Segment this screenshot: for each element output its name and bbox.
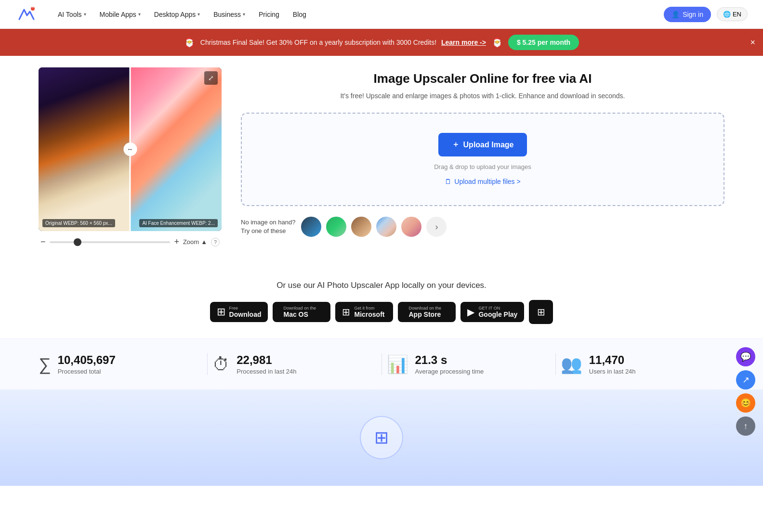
arrow-up-icon: ↑ — [744, 421, 748, 431]
upload-dropzone[interactable]: ＋ Upload Image Drag & drop to upload you… — [241, 113, 724, 206]
language-button[interactable]: 🌐 EN — [717, 7, 748, 21]
banner-link[interactable]: Learn more -> — [441, 39, 486, 46]
sample-thumb-more[interactable]: › — [425, 216, 447, 238]
multiple-files-icon: 🗒 — [445, 178, 451, 185]
zoom-help-button[interactable]: ? — [211, 238, 220, 247]
stat-value-processing-time: 21.3 s — [415, 353, 484, 367]
stat-processed-total: ∑ 10,405,697 Processed total — [39, 353, 202, 375]
promo-banner: 🎅 Christmas Final Sale! Get 30% OFF on a… — [0, 29, 763, 56]
download-microsoft-button[interactable]: ⊞ Get it from Microsoft — [335, 302, 393, 322]
clock-icon: ⏱ — [212, 354, 230, 375]
sign-in-button[interactable]: 👤 Sign in — [664, 7, 711, 22]
stat-divider-3 — [555, 353, 556, 375]
banner-cta-button[interactable]: $ 5.25 per month — [508, 35, 579, 50]
banner-text: Christmas Final Sale! Get 30% OFF on a y… — [200, 39, 486, 46]
stat-users: 👥 11,470 Users in last 24h — [561, 353, 724, 375]
before-label: Original WEBP: 560 × 560 px... — [42, 219, 115, 227]
chevron-down-icon: ▾ — [243, 12, 245, 17]
teaser-upload-icon: ⊞ — [360, 416, 403, 459]
sample-thumb-4[interactable] — [375, 216, 397, 238]
download-mac-button[interactable]: Download on the Mac OS — [273, 302, 330, 322]
windows-icon: ⊞ — [217, 306, 225, 318]
download-appstore-button[interactable]: Download on the App Store — [398, 302, 456, 322]
sample-thumb-2[interactable] — [325, 216, 347, 238]
banner-close-button[interactable]: × — [750, 38, 755, 48]
users-icon: 👥 — [561, 354, 582, 375]
upload-image-button[interactable]: ＋ Upload Image — [438, 133, 527, 156]
drag-drop-text: Drag & drop to upload your images — [251, 163, 714, 170]
user-icon: 👤 — [671, 11, 680, 18]
main-content: ↔ ⤢ Original WEBP: 560 × 560 px... AI Fa… — [0, 56, 763, 266]
side-share-button[interactable]: ↗ — [736, 370, 755, 389]
microsoft-icon: ⊞ — [342, 306, 350, 318]
side-buttons: 💬 ↗ 😊 ↑ — [736, 347, 755, 436]
nav-item-blog[interactable]: Blog — [287, 7, 312, 22]
stat-value-processed-total: 10,405,697 — [58, 353, 116, 367]
nav-items: AI Tools ▾ Mobile Apps ▾ Desktop Apps ▾ … — [52, 7, 664, 22]
nav-right: 👤 Sign in 🌐 EN — [664, 7, 748, 22]
nav-item-business[interactable]: Business ▾ — [208, 7, 251, 22]
stat-label-processed-total: Processed total — [58, 368, 116, 375]
stat-label-users: Users in last 24h — [589, 368, 636, 375]
app-section-title: Or use our AI Photo Upscaler App locally… — [19, 281, 744, 290]
nav-item-ai-tools[interactable]: AI Tools ▾ — [52, 7, 92, 22]
stat-divider-2 — [382, 353, 382, 375]
image-comparison-container: ↔ ⤢ Original WEBP: 560 × 560 px... AI Fa… — [39, 67, 222, 231]
stat-label-processing-time: Average processing time — [415, 368, 484, 375]
banner-icon-left: 🎅 — [184, 37, 195, 48]
image-flowers-right — [130, 67, 222, 231]
zoom-out-button[interactable]: − — [40, 237, 46, 247]
hero-right-section: Image Upscaler Online for free via AI It… — [241, 67, 724, 238]
zoom-in-button[interactable]: + — [174, 237, 179, 247]
download-buttons: ⊞ Free Download Download on the Mac OS ⊞… — [19, 300, 744, 324]
side-feedback-button[interactable]: 💬 — [736, 347, 755, 366]
share-icon: ↗ — [742, 375, 750, 385]
image-portrait-left — [39, 67, 130, 231]
after-label: AI Face Enhancement WEBP: 2... — [139, 219, 218, 227]
nav-item-desktop-apps[interactable]: Desktop Apps ▾ — [148, 7, 206, 22]
sample-thumb-5[interactable] — [400, 216, 422, 238]
upload-multiple-link[interactable]: 🗒 Upload multiple files > — [445, 178, 520, 185]
image-comparison-section: ↔ ⤢ Original WEBP: 560 × 560 px... AI Fa… — [39, 67, 222, 247]
download-windows-button[interactable]: ⊞ Free Download — [210, 302, 268, 322]
side-scroll-top-button[interactable]: ↑ — [736, 416, 755, 436]
divider-arrows-icon: ↔ — [123, 143, 137, 156]
qr-icon: ⊞ — [537, 306, 545, 318]
app-download-section: Or use our AI Photo Upscaler App locally… — [0, 266, 763, 338]
sample-thumb-1[interactable] — [300, 216, 322, 238]
page-subtitle: It's free! Upscale and enlarge images & … — [241, 91, 724, 101]
chevron-down-icon: ▾ — [197, 12, 200, 17]
fullscreen-button[interactable]: ⤢ — [204, 71, 218, 85]
nav-item-mobile-apps[interactable]: Mobile Apps ▾ — [94, 7, 146, 22]
qr-code-button[interactable]: ⊞ — [529, 300, 553, 324]
svg-point-1 — [31, 7, 35, 11]
stats-section: ∑ 10,405,697 Processed total ⏱ 22,981 Pr… — [0, 338, 763, 389]
bottom-teaser: ⊞ — [0, 389, 763, 486]
side-emoji-button[interactable]: 😊 — [736, 393, 755, 413]
zoom-chevron-icon: ▲ — [201, 238, 207, 246]
zoom-thumb — [74, 238, 81, 246]
plus-icon: ＋ — [452, 140, 460, 150]
stat-label-last-24h: Processed in last 24h — [237, 368, 296, 375]
image-labels: Original WEBP: 560 × 560 px... AI Face E… — [39, 219, 222, 227]
sample-thumb-3[interactable] — [350, 216, 372, 238]
chat-icon: 💬 — [740, 351, 751, 362]
chart-icon: 📊 — [387, 354, 408, 375]
chevron-down-icon: ▾ — [138, 12, 141, 17]
googleplay-icon: ▶ — [467, 306, 474, 318]
sample-thumbnails: › — [300, 216, 447, 238]
zoom-slider[interactable] — [50, 241, 171, 243]
stat-last-24h: ⏱ 22,981 Processed in last 24h — [212, 353, 376, 375]
globe-icon: 🌐 — [723, 11, 731, 18]
logo[interactable] — [15, 4, 37, 25]
stat-value-last-24h: 22,981 — [237, 353, 296, 367]
navbar: AI Tools ▾ Mobile Apps ▾ Desktop Apps ▾ … — [0, 0, 763, 29]
banner-icon-right: 🎅 — [492, 37, 502, 48]
download-googleplay-button[interactable]: ▶ GET IT ON Google Play — [460, 302, 524, 322]
image-divider: ↔ — [130, 67, 131, 231]
zoom-label: Zoom ▲ — [183, 238, 207, 246]
nav-item-pricing[interactable]: Pricing — [253, 7, 285, 22]
chevron-down-icon: ▾ — [84, 12, 86, 17]
zoom-controls: − + Zoom ▲ ? — [39, 237, 222, 247]
stat-value-users: 11,470 — [589, 353, 636, 367]
